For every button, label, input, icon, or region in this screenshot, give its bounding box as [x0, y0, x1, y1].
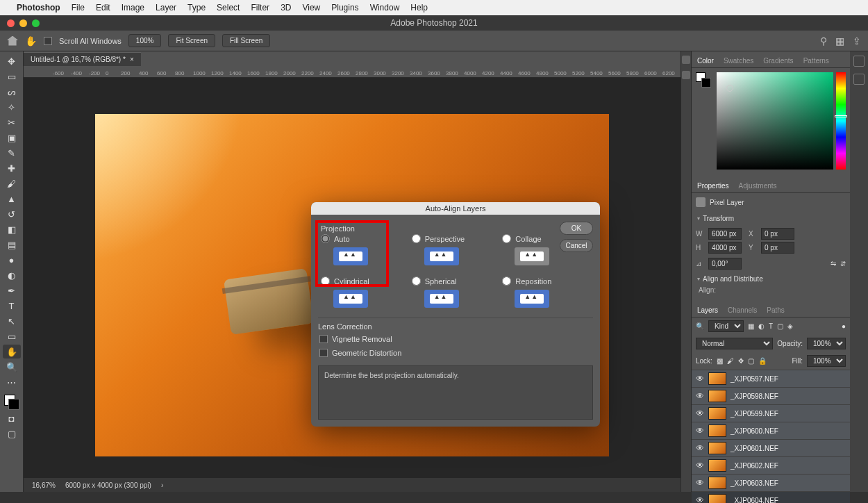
- eraser-tool-icon[interactable]: ◧: [3, 222, 21, 236]
- status-dims[interactable]: 6000 px x 4000 px (300 ppi): [65, 481, 151, 489]
- blur-tool-icon[interactable]: ●: [3, 253, 21, 267]
- opacity-select[interactable]: 100%: [807, 338, 846, 349]
- history-brush-tool-icon[interactable]: ↺: [3, 207, 21, 221]
- workspace-icon[interactable]: ▦: [835, 35, 844, 47]
- lock-paint-icon[interactable]: 🖌: [727, 357, 734, 365]
- hue-slider[interactable]: [836, 72, 846, 170]
- eyedropper-tool-icon[interactable]: ✎: [3, 146, 21, 160]
- menu-edit[interactable]: Edit: [96, 3, 110, 13]
- width-input[interactable]: [708, 228, 742, 240]
- filter-pixel-icon[interactable]: ▦: [748, 322, 754, 330]
- visibility-icon[interactable]: 👁: [696, 374, 704, 384]
- menu-select[interactable]: Select: [217, 3, 240, 13]
- flip-v-icon[interactable]: ⇵: [840, 260, 846, 267]
- zoom-window-icon[interactable]: [32, 19, 40, 27]
- geometric-checkbox[interactable]: [319, 349, 328, 357]
- projection-spherical[interactable]: Spherical: [412, 277, 503, 308]
- fit-screen-button[interactable]: Fit Screen: [168, 34, 215, 47]
- menu-filter[interactable]: Filter: [251, 3, 269, 13]
- radio-cylindrical[interactable]: [321, 277, 330, 286]
- brush-tool-icon[interactable]: 🖌: [3, 176, 21, 190]
- menu-type[interactable]: Type: [187, 3, 206, 13]
- tab-channels[interactable]: Channels: [726, 304, 758, 317]
- zoom-tool-icon[interactable]: 🔍: [3, 360, 21, 374]
- menu-window[interactable]: Window: [370, 3, 400, 13]
- hand-tool-icon[interactable]: ✋: [3, 345, 21, 358]
- tab-paths[interactable]: Paths: [765, 304, 786, 317]
- lock-nest-icon[interactable]: ▢: [748, 357, 754, 365]
- angle-input[interactable]: [708, 258, 742, 270]
- app-menu[interactable]: Photoshop: [17, 3, 60, 13]
- collapsed-icon[interactable]: [853, 56, 865, 67]
- quickmask-icon[interactable]: ◘: [3, 411, 21, 425]
- status-zoom[interactable]: 16,67%: [32, 481, 56, 489]
- cancel-button[interactable]: Cancel: [560, 239, 593, 252]
- layer-row[interactable]: 👁_XJP0599.NEF: [692, 404, 850, 422]
- layer-row[interactable]: 👁_XJP0604.NEF: [692, 491, 850, 503]
- search-icon[interactable]: ⚲: [820, 35, 827, 47]
- close-window-icon[interactable]: [7, 19, 15, 27]
- collapsed-icon[interactable]: [853, 74, 865, 85]
- filter-smart-icon[interactable]: ◈: [787, 322, 793, 330]
- menu-help[interactable]: Help: [410, 3, 428, 13]
- radio-spherical[interactable]: [412, 277, 421, 286]
- collapsed-panel-icon[interactable]: [682, 56, 690, 64]
- tab-properties[interactable]: Properties: [696, 179, 731, 192]
- wand-tool-icon[interactable]: ✧: [3, 100, 21, 114]
- visibility-icon[interactable]: 👁: [696, 426, 704, 436]
- scroll-all-checkbox[interactable]: [44, 37, 52, 45]
- text-tool-icon[interactable]: T: [3, 299, 21, 313]
- pen-tool-icon[interactable]: ✒: [3, 283, 21, 297]
- visibility-icon[interactable]: 👁: [696, 391, 704, 401]
- dodge-tool-icon[interactable]: ◐: [3, 268, 21, 282]
- tab-swatches[interactable]: Swatches: [722, 54, 755, 67]
- menu-plugins[interactable]: Plugins: [331, 3, 358, 13]
- align-header[interactable]: Align and Distribute: [696, 272, 846, 286]
- lock-trans-icon[interactable]: ▩: [717, 357, 723, 365]
- share-icon[interactable]: ⇪: [853, 35, 861, 47]
- layer-row[interactable]: 👁_XJP0598.NEF: [692, 387, 850, 404]
- lasso-tool-icon[interactable]: ᔕ: [3, 85, 21, 99]
- hand-tool-icon[interactable]: ✋: [25, 35, 37, 47]
- filter-shape-icon[interactable]: ▢: [777, 322, 783, 330]
- filter-adj-icon[interactable]: ◐: [758, 322, 765, 330]
- menu-3d[interactable]: 3D: [281, 3, 291, 13]
- radio-perspective[interactable]: [412, 234, 421, 243]
- layer-row[interactable]: 👁_XJP0601.NEF: [692, 439, 850, 456]
- lock-pos-icon[interactable]: ✥: [738, 357, 744, 365]
- path-tool-icon[interactable]: ↖: [3, 314, 21, 328]
- radio-auto[interactable]: [321, 234, 330, 243]
- document-tab[interactable]: Untitled-1 @ 16,7% (RGB/8*) * ×: [24, 52, 141, 66]
- edit-toolbar-icon[interactable]: ⋯: [3, 375, 21, 389]
- status-more-icon[interactable]: ›: [161, 481, 163, 489]
- crop-tool-icon[interactable]: ✂: [3, 115, 21, 129]
- screenmode-icon[interactable]: ▢: [3, 427, 21, 440]
- blend-select[interactable]: Normal: [696, 338, 773, 349]
- filter-text-icon[interactable]: T: [769, 322, 773, 330]
- menu-file[interactable]: File: [72, 3, 85, 13]
- transform-header[interactable]: Transform: [696, 211, 846, 226]
- color-swatches[interactable]: [4, 395, 19, 410]
- radio-reposition[interactable]: [502, 277, 511, 286]
- fill-screen-button[interactable]: Fill Screen: [222, 34, 270, 47]
- layer-row[interactable]: 👁_XJP0602.NEF: [692, 456, 850, 474]
- menu-image[interactable]: Image: [122, 3, 144, 13]
- visibility-icon[interactable]: 👁: [696, 461, 704, 470]
- vignette-checkbox[interactable]: [319, 335, 328, 343]
- close-tab-icon[interactable]: ×: [130, 56, 134, 63]
- collapsed-panel-icon[interactable]: [682, 71, 690, 79]
- heal-tool-icon[interactable]: ✚: [3, 161, 21, 175]
- color-field[interactable]: [717, 72, 833, 170]
- projection-auto[interactable]: Auto: [321, 234, 412, 265]
- filter-toggle-icon[interactable]: ●: [842, 322, 846, 330]
- tab-gradients[interactable]: Gradients: [762, 54, 794, 67]
- height-input[interactable]: [708, 242, 742, 254]
- tab-color[interactable]: Color: [696, 54, 715, 67]
- y-input[interactable]: [761, 242, 794, 254]
- marquee-tool-icon[interactable]: ▭: [3, 69, 21, 83]
- menu-layer[interactable]: Layer: [156, 3, 176, 13]
- visibility-icon[interactable]: 👁: [696, 478, 704, 488]
- move-tool-icon[interactable]: ✥: [3, 54, 21, 68]
- zoom-level-button[interactable]: 100%: [128, 34, 162, 47]
- filter-icon[interactable]: 🔍: [696, 322, 704, 330]
